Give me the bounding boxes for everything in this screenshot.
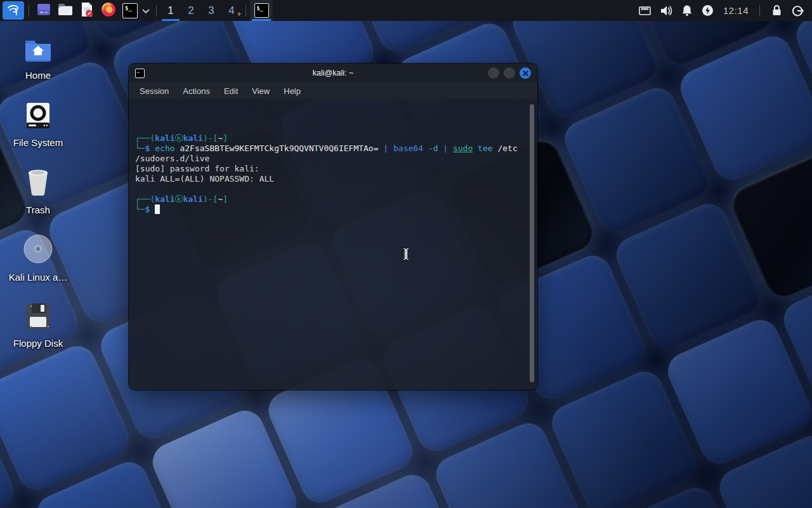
terminal-window: ⌨ kali@kali: ~ Session Actions Edit View… (129, 64, 537, 390)
menu-session[interactable]: Session (134, 84, 174, 98)
menu-edit[interactable]: Edit (218, 84, 244, 98)
floppy-disk-icon (24, 301, 52, 333)
menu-help[interactable]: Help (278, 84, 306, 98)
panel-separator (759, 5, 760, 17)
terminal-output: ┌──(kaliⓚkali)-[~]└─$ echo a2FsaSBBTEw9K… (135, 133, 531, 215)
close-button[interactable] (520, 67, 531, 79)
panel-separator (29, 5, 29, 17)
terminal-line: └─$ (135, 204, 531, 215)
terminal-icon: $_ (254, 3, 269, 18)
taskbar-terminal-window-button[interactable]: $_ (250, 0, 273, 21)
desktop-icon-floppy[interactable]: Floppy Disk (8, 301, 69, 349)
menu-actions[interactable]: Actions (177, 84, 216, 98)
workspace-label: 1 (167, 4, 173, 17)
text-editor-launcher[interactable] (77, 1, 97, 20)
window-icon: ⌨ (135, 69, 145, 78)
home-folder-icon (23, 37, 53, 65)
file-manager-launcher[interactable] (55, 1, 75, 20)
terminal-content[interactable]: ┌──(kaliⓚkali)-[~]└─$ echo a2FsaSBBTEw9K… (129, 99, 537, 390)
mouse-ibeam-cursor (401, 247, 411, 264)
workspace-2[interactable]: 2 (181, 0, 201, 21)
menu-view[interactable]: View (246, 84, 275, 98)
notifications-bell-icon[interactable] (679, 3, 695, 19)
terminal-line: kali ALL=(ALL) NOPASSWD: ALL (135, 174, 531, 184)
desktop-icon-label: Home (25, 70, 51, 81)
chevron-down-icon[interactable] (142, 5, 150, 17)
trash-icon (24, 168, 52, 199)
network-wired-icon[interactable] (637, 3, 653, 19)
filesystem-drive-icon (25, 102, 51, 132)
workspace-1[interactable]: 1 (160, 0, 181, 21)
terminal-line: ┌──(kaliⓚkali)-[~] (135, 194, 531, 204)
workspace-4-badge (237, 12, 241, 16)
panel-separator (246, 5, 246, 17)
terminal-line: /sudoers.d/live (135, 154, 531, 164)
firefox-launcher[interactable] (98, 1, 119, 20)
minimize-button[interactable] (488, 67, 499, 79)
desktop-icon-trash[interactable]: Trash (8, 168, 69, 215)
desktop-icon-filesystem[interactable]: File System (8, 102, 69, 148)
workspace-label: 3 (208, 4, 214, 17)
terminal-icon: $_ (122, 3, 138, 18)
terminal-line: ┌──(kaliⓚkali)-[~] (135, 133, 531, 144)
desktop-icon-home[interactable]: Home (8, 37, 69, 81)
lock-icon[interactable] (768, 3, 785, 19)
desktop-icon-label: Trash (26, 204, 50, 215)
terminal-scrollbar[interactable] (530, 104, 534, 382)
terminal-launcher[interactable]: $_ (120, 1, 140, 20)
top-panel: $_ 1 2 3 4 $_ (0, 0, 812, 21)
workspace-label: 4 (228, 4, 234, 17)
applications-menu-button[interactable] (3, 1, 24, 20)
window-menubar: Session Actions Edit View Help (129, 83, 537, 99)
terminal-line (135, 184, 531, 194)
firefox-icon (101, 2, 116, 20)
cdrom-disc-icon (23, 234, 53, 267)
desktop-icon-label: Floppy Disk (13, 338, 63, 349)
clock[interactable]: 12:14 (721, 5, 751, 16)
workspace-label: 2 (188, 4, 193, 17)
terminal-line: [sudo] password for kali: (135, 164, 531, 174)
desktop-icon-kali-cd[interactable]: Kali Linux a… (8, 234, 69, 283)
window-titlebar[interactable]: ⌨ kali@kali: ~ (129, 64, 537, 83)
logout-icon[interactable] (789, 3, 806, 19)
text-editor-icon (81, 2, 93, 20)
window-title: kali@kali: ~ (129, 69, 537, 77)
workspace-4[interactable]: 4 (221, 0, 242, 21)
system-tray: 12:14 (637, 3, 812, 19)
maximize-button[interactable] (504, 67, 515, 79)
power-manager-icon[interactable] (700, 3, 716, 19)
workspace-3[interactable]: 3 (201, 0, 221, 21)
terminal-line: └─$ echo a2FsaSBBTEw9KEFMTCkgTk9QQVNTV0Q… (135, 144, 531, 154)
window-app-launcher[interactable] (34, 1, 54, 20)
window-app-icon (37, 3, 51, 18)
panel-separator (156, 5, 157, 17)
file-manager-icon (58, 3, 73, 18)
desktop-icon-label: Kali Linux a… (9, 272, 68, 283)
kali-menu-icon (6, 3, 20, 19)
volume-icon[interactable] (658, 3, 674, 19)
desktop-icon-label: File System (13, 137, 63, 148)
